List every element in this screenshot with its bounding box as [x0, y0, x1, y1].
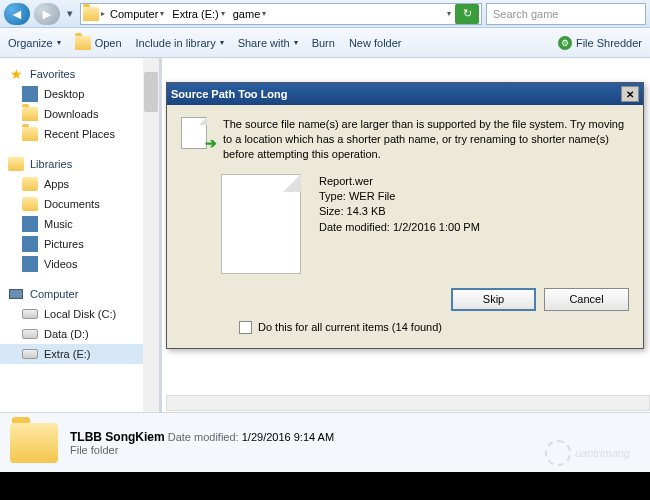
error-dialog: Source Path Too Long ✕ ➔ The source file… [166, 82, 644, 349]
horizontal-scrollbar[interactable] [166, 395, 650, 411]
computer-header[interactable]: Computer [0, 284, 159, 304]
recent-icon [22, 127, 38, 141]
file-shredder-button[interactable]: ⚙File Shredder [558, 36, 642, 50]
libraries-icon [8, 157, 24, 171]
drive-icon [22, 329, 38, 339]
folder-icon [83, 7, 99, 21]
sidebar-scrollbar[interactable] [143, 58, 159, 458]
drive-icon [22, 309, 38, 319]
computer-icon [9, 289, 23, 299]
titlebar: ◄ ► ▾ ▸ Computer ▾ Extra (E:) ▾ game ▾ ▾… [0, 0, 650, 28]
sidebar-item-recent[interactable]: Recent Places [0, 124, 159, 144]
toolbar: Organize ▾ Open Include in library ▾ Sha… [0, 28, 650, 58]
sidebar-item-drive-c[interactable]: Local Disk (C:) [0, 304, 159, 324]
sidebar-item-desktop[interactable]: Desktop [0, 84, 159, 104]
modified-value: 1/29/2016 9:14 AM [242, 431, 334, 443]
include-library-menu[interactable]: Include in library ▾ [136, 37, 224, 49]
share-with-menu[interactable]: Share with ▾ [238, 37, 298, 49]
open-button[interactable]: Open [75, 35, 122, 51]
do-for-all-checkbox[interactable] [239, 321, 252, 334]
pictures-icon [22, 236, 38, 252]
sidebar-item-videos[interactable]: Videos [0, 254, 159, 274]
search-input[interactable]: Search game [486, 3, 646, 25]
file-modified: Date modified: 1/2/2016 1:00 PM [319, 220, 480, 235]
dialog-titlebar[interactable]: Source Path Too Long ✕ [167, 83, 643, 105]
file-type: Type: WER File [319, 189, 480, 204]
address-dropdown-icon[interactable]: ▾ [447, 9, 451, 18]
nav-forward-button[interactable]: ► [34, 3, 60, 25]
breadcrumb-segment[interactable]: Computer ▾ [107, 8, 167, 20]
dialog-title: Source Path Too Long [171, 88, 288, 100]
breadcrumb-segment[interactable]: Extra (E:) ▾ [169, 8, 227, 20]
selected-item-name: TLBB SongKiem [70, 430, 165, 444]
checkbox-label[interactable]: Do this for all current items (14 found) [258, 321, 442, 333]
sidebar-item-downloads[interactable]: Downloads [0, 104, 159, 124]
refresh-button[interactable]: ↻ [455, 4, 479, 24]
address-bar[interactable]: ▸ Computer ▾ Extra (E:) ▾ game ▾ ▾ ↻ [80, 3, 482, 25]
selected-item-type: File folder [70, 444, 334, 456]
move-file-icon: ➔ [181, 117, 213, 153]
sidebar-item-pictures[interactable]: Pictures [0, 234, 159, 254]
favorites-header[interactable]: ★Favorites [0, 64, 159, 84]
organize-menu[interactable]: Organize ▾ [8, 37, 61, 49]
new-folder-button[interactable]: New folder [349, 37, 402, 49]
cancel-button[interactable]: Cancel [544, 288, 629, 311]
libraries-header[interactable]: Libraries [0, 154, 159, 174]
modified-label: Date modified: [168, 431, 239, 443]
file-preview-icon [221, 174, 301, 274]
skip-button[interactable]: Skip [451, 288, 536, 311]
star-icon: ★ [8, 66, 24, 82]
shredder-icon: ⚙ [558, 36, 572, 50]
desktop-icon [22, 86, 38, 102]
gear-icon [545, 440, 571, 466]
chevron-right-icon[interactable]: ▸ [101, 9, 105, 18]
black-bar [0, 472, 650, 500]
drive-icon [22, 349, 38, 359]
sidebar-item-apps[interactable]: Apps [0, 174, 159, 194]
nav-back-button[interactable]: ◄ [4, 3, 30, 25]
watermark: uantrimang [545, 440, 630, 466]
file-size: Size: 14.3 KB [319, 204, 480, 219]
navigation-pane: ★Favorites Desktop Downloads Recent Plac… [0, 58, 160, 458]
burn-button[interactable]: Burn [312, 37, 335, 49]
sidebar-item-documents[interactable]: Documents [0, 194, 159, 214]
sidebar-item-drive-d[interactable]: Data (D:) [0, 324, 159, 344]
file-name: Report.wer [319, 174, 480, 189]
apps-icon [22, 177, 38, 191]
documents-icon [22, 197, 38, 211]
folder-open-icon [75, 36, 91, 50]
dialog-message: The source file name(s) are larger than … [223, 117, 629, 162]
sidebar-item-music[interactable]: Music [0, 214, 159, 234]
file-info: Report.wer Type: WER File Size: 14.3 KB … [319, 174, 480, 274]
music-icon [22, 216, 38, 232]
close-button[interactable]: ✕ [621, 86, 639, 102]
breadcrumb-segment[interactable]: game ▾ [230, 8, 270, 20]
downloads-icon [22, 107, 38, 121]
nav-history-dropdown[interactable]: ▾ [64, 4, 76, 24]
videos-icon [22, 256, 38, 272]
folder-icon [10, 423, 58, 463]
sidebar-item-drive-e[interactable]: Extra (E:) [0, 344, 159, 364]
